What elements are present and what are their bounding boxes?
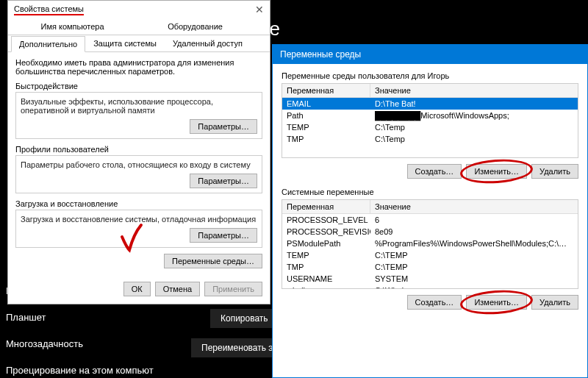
cell-name: TMP [282,133,370,145]
admin-note: Необходимо иметь права администратора дл… [15,58,262,76]
user-create-button[interactable]: Создать… [407,164,462,179]
cell-value: 8e09 [370,226,578,238]
cell-name: TMP [282,261,370,273]
sys-create-button[interactable]: Создать… [407,295,462,310]
tab-advanced[interactable]: Дополнительно [11,36,85,52]
environment-variables-dialog: Переменные среды Переменные среды пользо… [272,44,588,378]
user-edit-button[interactable]: Изменить… [466,164,527,179]
cell-value: C:\Temp [370,121,578,133]
system-properties-dialog: Свойства системы ✕ Имя компьютера Оборуд… [7,0,270,304]
col-variable[interactable]: Переменная [282,200,370,213]
env-vars-button[interactable]: Переменные среды… [164,254,262,268]
performance-desc: Визуальные эффекты, использование процес… [21,97,257,115]
system-vars-label: Системные переменные [282,188,578,196]
cell-value: C:\Windows [370,285,578,289]
cell-name: windir [282,285,370,289]
sys-edit-button[interactable]: Изменить… [466,295,527,310]
tab-hardware[interactable]: Оборудование [134,18,257,35]
copy-button[interactable]: Копировать [210,309,279,328]
cancel-button[interactable]: Отмена [155,282,200,296]
tab-computer-name[interactable]: Имя компьютера [11,18,134,35]
tabs-row1: Имя компьютера Оборудование [8,18,270,35]
redaction: ████████ [375,111,420,120]
cell-name: EMAIL [282,98,370,110]
cell-name: PROCESSOR_REVISION [282,226,370,238]
performance-title: Быстродействие [15,82,262,90]
user-vars-list[interactable]: Переменная Значение EMAIL D:\The Bat! Pa… [282,83,578,158]
startup-group: Загрузка и восстановление Загрузка и вос… [15,199,262,248]
tabs-row2: Дополнительно Защита системы Удаленный д… [8,35,270,52]
sys-delete-button[interactable]: Удалить [531,295,578,310]
cell-value: C:\TEMP [370,261,578,273]
dialog-title: Свойства системы [14,4,84,15]
col-value[interactable]: Значение [370,200,578,213]
apply-button[interactable]: Применить [204,282,262,296]
close-icon[interactable]: ✕ [255,4,264,15]
ok-button[interactable]: ОК [123,282,151,296]
tab-system-protection[interactable]: Защита системы [85,35,165,51]
cell-value: 6 [370,214,578,226]
nav-tablet[interactable]: Планшет [6,307,46,327]
profiles-desc: Параметры рабочего стола, относящиеся ко… [21,160,257,169]
cell-value: █████████████████████Microsoft\WindowsAp… [370,110,578,121]
table-row[interactable]: TMPC:\TEMP [282,261,578,273]
profiles-title: Профили пользователей [15,145,262,154]
performance-params-button[interactable]: Параметры… [190,119,257,134]
col-variable[interactable]: Переменная [282,84,370,97]
table-row[interactable]: PROCESSOR_LEVEL6 [282,214,578,226]
tab-remote[interactable]: Удаленный доступ [165,35,251,51]
profiles-group: Профили пользователей Параметры рабочего… [15,145,262,193]
table-row[interactable]: windirC:\Windows [282,285,578,289]
user-delete-button[interactable]: Удалить [531,164,578,179]
table-row[interactable]: PSModulePath%ProgramFiles%\WindowsPowerS… [282,238,578,249]
cell-name: PSModulePath [282,238,370,249]
system-vars-list[interactable]: Переменная Значение PROCESSOR_LEVEL6 PRO… [282,199,578,289]
cell-value: %ProgramFiles%\WindowsPowerShell\Modules… [370,238,578,249]
cell-name: PROCESSOR_LEVEL [282,214,370,226]
startup-desc: Загрузка и восстановление системы, отлад… [21,215,257,224]
user-vars-label: Переменные среды пользователя для Игорь [282,71,578,80]
performance-group: Быстродействие Визуальные эффекты, испол… [15,82,262,139]
system-vars-section: Системные переменные Переменная Значение… [282,188,578,310]
startup-title: Загрузка и восстановление [15,199,262,208]
cell-value: C:\TEMP [370,249,578,261]
env-dialog-title: Переменные среды [273,45,587,64]
table-row[interactable]: USERNAMESYSTEM [282,273,578,285]
cell-value: SYSTEM [370,273,578,285]
table-row[interactable]: TMP C:\Temp [282,133,578,145]
table-row[interactable]: EMAIL D:\The Bat! [282,98,578,110]
user-vars-section: Переменные среды пользователя для Игорь … [282,71,578,179]
cell-name: TEMP [282,121,370,133]
nav-projecting[interactable]: Проецирование на этом компьют [6,360,154,378]
cell-name: USERNAME [282,273,370,285]
nav-multitask[interactable]: Многозадачность [6,334,83,354]
profiles-params-button[interactable]: Параметры… [190,174,257,188]
col-value[interactable]: Значение [370,84,578,97]
startup-params-button[interactable]: Параметры… [190,228,257,243]
cell-value: D:\The Bat! [370,98,578,110]
cell-name: TEMP [282,249,370,261]
cell-value: C:\Temp [370,133,578,145]
table-row[interactable]: Path █████████████████████Microsoft\Wind… [282,110,578,121]
cell-name: Path [282,110,370,121]
table-row[interactable]: PROCESSOR_REVISION8e09 [282,226,578,238]
table-row[interactable]: TEMP C:\Temp [282,121,578,133]
table-row[interactable]: TEMPC:\TEMP [282,249,578,261]
